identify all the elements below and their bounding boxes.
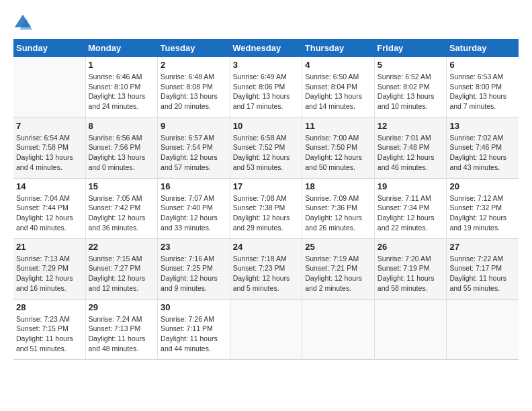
- calendar-header-row: SundayMondayTuesdayWednesdayThursdayFrid…: [13, 39, 519, 57]
- day-number: 19: [378, 181, 444, 191]
- calendar-cell: 9Sunrise: 6:57 AM Sunset: 7:54 PM Daylig…: [158, 118, 230, 178]
- day-number: 22: [89, 242, 155, 252]
- header-sunday: Sunday: [13, 39, 85, 57]
- day-info: Sunrise: 6:53 AM Sunset: 8:00 PM Dayligh…: [449, 72, 516, 111]
- day-number: 26: [378, 242, 444, 252]
- page-header: [13, 13, 519, 32]
- day-info: Sunrise: 6:46 AM Sunset: 8:10 PM Dayligh…: [89, 72, 155, 111]
- logo-icon: [13, 13, 32, 32]
- calendar-cell: 13Sunrise: 7:02 AM Sunset: 7:46 PM Dayli…: [447, 118, 519, 178]
- day-number: 2: [161, 60, 227, 70]
- day-info: Sunrise: 6:52 AM Sunset: 8:02 PM Dayligh…: [378, 72, 444, 111]
- day-number: 6: [449, 60, 516, 70]
- day-info: Sunrise: 7:13 AM Sunset: 7:29 PM Dayligh…: [16, 254, 83, 293]
- calendar-cell: 6Sunrise: 6:53 AM Sunset: 8:00 PM Daylig…: [447, 57, 519, 118]
- day-number: 13: [449, 121, 516, 131]
- day-info: Sunrise: 6:57 AM Sunset: 7:54 PM Dayligh…: [161, 133, 227, 173]
- day-info: Sunrise: 7:02 AM Sunset: 7:46 PM Dayligh…: [449, 133, 516, 173]
- calendar-cell: 27Sunrise: 7:22 AM Sunset: 7:17 PM Dayli…: [447, 238, 519, 299]
- header-saturday: Saturday: [447, 39, 519, 57]
- day-info: Sunrise: 6:49 AM Sunset: 8:06 PM Dayligh…: [233, 72, 300, 111]
- day-number: 25: [305, 242, 371, 252]
- day-info: Sunrise: 7:24 AM Sunset: 7:13 PM Dayligh…: [89, 314, 155, 354]
- calendar-cell: [230, 299, 302, 359]
- day-info: Sunrise: 6:48 AM Sunset: 8:08 PM Dayligh…: [161, 72, 227, 111]
- calendar-cell: 19Sunrise: 7:11 AM Sunset: 7:34 PM Dayli…: [374, 178, 447, 238]
- header-wednesday: Wednesday: [230, 39, 302, 57]
- day-number: 11: [305, 121, 371, 131]
- day-number: 5: [378, 60, 444, 70]
- day-number: 10: [233, 121, 300, 131]
- week-row-1: 1Sunrise: 6:46 AM Sunset: 8:10 PM Daylig…: [13, 57, 519, 118]
- day-number: 4: [305, 60, 371, 70]
- day-info: Sunrise: 7:16 AM Sunset: 7:25 PM Dayligh…: [161, 254, 227, 293]
- day-number: 14: [16, 181, 83, 191]
- week-row-4: 21Sunrise: 7:13 AM Sunset: 7:29 PM Dayli…: [13, 238, 519, 299]
- day-number: 30: [161, 302, 227, 312]
- day-info: Sunrise: 7:26 AM Sunset: 7:11 PM Dayligh…: [161, 314, 227, 354]
- day-info: Sunrise: 7:20 AM Sunset: 7:19 PM Dayligh…: [378, 254, 444, 293]
- calendar-cell: 14Sunrise: 7:04 AM Sunset: 7:44 PM Dayli…: [13, 178, 85, 238]
- calendar-cell: [374, 299, 447, 359]
- day-info: Sunrise: 7:04 AM Sunset: 7:44 PM Dayligh…: [16, 193, 83, 233]
- calendar-cell: 2Sunrise: 6:48 AM Sunset: 8:08 PM Daylig…: [158, 57, 230, 118]
- calendar-cell: 22Sunrise: 7:15 AM Sunset: 7:27 PM Dayli…: [85, 238, 158, 299]
- calendar-cell: 15Sunrise: 7:05 AM Sunset: 7:42 PM Dayli…: [85, 178, 158, 238]
- day-info: Sunrise: 7:07 AM Sunset: 7:40 PM Dayligh…: [161, 193, 227, 233]
- header-tuesday: Tuesday: [158, 39, 230, 57]
- calendar-cell: 17Sunrise: 7:08 AM Sunset: 7:38 PM Dayli…: [230, 178, 302, 238]
- day-number: 23: [161, 242, 227, 252]
- calendar-cell: 10Sunrise: 6:58 AM Sunset: 7:52 PM Dayli…: [230, 118, 302, 178]
- calendar-cell: 30Sunrise: 7:26 AM Sunset: 7:11 PM Dayli…: [158, 299, 230, 359]
- calendar-table: SundayMondayTuesdayWednesdayThursdayFrid…: [13, 39, 519, 360]
- day-number: 24: [233, 242, 300, 252]
- day-info: Sunrise: 6:58 AM Sunset: 7:52 PM Dayligh…: [233, 133, 300, 173]
- calendar-cell: 7Sunrise: 6:54 AM Sunset: 7:58 PM Daylig…: [13, 118, 85, 178]
- day-info: Sunrise: 6:50 AM Sunset: 8:04 PM Dayligh…: [305, 72, 371, 111]
- calendar-cell: 18Sunrise: 7:09 AM Sunset: 7:36 PM Dayli…: [302, 178, 375, 238]
- calendar-cell: 29Sunrise: 7:24 AM Sunset: 7:13 PM Dayli…: [85, 299, 158, 359]
- day-number: 15: [89, 181, 155, 191]
- calendar-cell: [13, 57, 85, 118]
- day-number: 16: [161, 181, 227, 191]
- calendar-cell: 16Sunrise: 7:07 AM Sunset: 7:40 PM Dayli…: [158, 178, 230, 238]
- day-number: 3: [233, 60, 300, 70]
- day-info: Sunrise: 7:19 AM Sunset: 7:21 PM Dayligh…: [305, 254, 371, 293]
- calendar-cell: 23Sunrise: 7:16 AM Sunset: 7:25 PM Dayli…: [158, 238, 230, 299]
- calendar-cell: 26Sunrise: 7:20 AM Sunset: 7:19 PM Dayli…: [374, 238, 447, 299]
- day-info: Sunrise: 7:11 AM Sunset: 7:34 PM Dayligh…: [378, 193, 444, 233]
- day-info: Sunrise: 7:00 AM Sunset: 7:50 PM Dayligh…: [305, 133, 371, 173]
- day-info: Sunrise: 7:12 AM Sunset: 7:32 PM Dayligh…: [449, 193, 516, 233]
- calendar-cell: [447, 299, 519, 359]
- day-number: 17: [233, 181, 300, 191]
- header-thursday: Thursday: [302, 39, 375, 57]
- calendar-cell: [302, 299, 375, 359]
- calendar-cell: 3Sunrise: 6:49 AM Sunset: 8:06 PM Daylig…: [230, 57, 302, 118]
- calendar-cell: 5Sunrise: 6:52 AM Sunset: 8:02 PM Daylig…: [374, 57, 447, 118]
- calendar-cell: 4Sunrise: 6:50 AM Sunset: 8:04 PM Daylig…: [302, 57, 375, 118]
- calendar-cell: 28Sunrise: 7:23 AM Sunset: 7:15 PM Dayli…: [13, 299, 85, 359]
- calendar-cell: 8Sunrise: 6:56 AM Sunset: 7:56 PM Daylig…: [85, 118, 158, 178]
- day-number: 18: [305, 181, 371, 191]
- day-number: 29: [89, 302, 155, 312]
- day-number: 21: [16, 242, 83, 252]
- calendar-cell: 20Sunrise: 7:12 AM Sunset: 7:32 PM Dayli…: [447, 178, 519, 238]
- day-number: 8: [89, 121, 155, 131]
- calendar-cell: 12Sunrise: 7:01 AM Sunset: 7:48 PM Dayli…: [374, 118, 447, 178]
- logo: [13, 13, 35, 32]
- week-row-3: 14Sunrise: 7:04 AM Sunset: 7:44 PM Dayli…: [13, 178, 519, 238]
- day-info: Sunrise: 7:09 AM Sunset: 7:36 PM Dayligh…: [305, 193, 371, 233]
- day-number: 12: [378, 121, 444, 131]
- day-info: Sunrise: 7:08 AM Sunset: 7:38 PM Dayligh…: [233, 193, 300, 233]
- day-number: 1: [89, 60, 155, 70]
- day-number: 9: [161, 121, 227, 131]
- calendar-cell: 24Sunrise: 7:18 AM Sunset: 7:23 PM Dayli…: [230, 238, 302, 299]
- day-number: 7: [16, 121, 83, 131]
- day-info: Sunrise: 6:56 AM Sunset: 7:56 PM Dayligh…: [89, 133, 155, 173]
- day-info: Sunrise: 6:54 AM Sunset: 7:58 PM Dayligh…: [16, 133, 83, 173]
- calendar-cell: 1Sunrise: 6:46 AM Sunset: 8:10 PM Daylig…: [85, 57, 158, 118]
- day-number: 27: [449, 242, 516, 252]
- calendar-cell: 25Sunrise: 7:19 AM Sunset: 7:21 PM Dayli…: [302, 238, 375, 299]
- week-row-2: 7Sunrise: 6:54 AM Sunset: 7:58 PM Daylig…: [13, 118, 519, 178]
- header-friday: Friday: [374, 39, 447, 57]
